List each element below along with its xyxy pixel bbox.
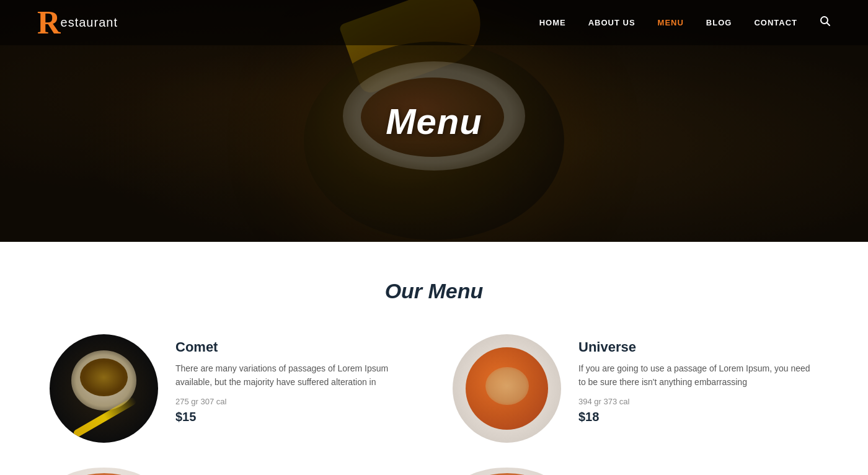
nav-home[interactable]: HOME (539, 18, 566, 27)
hero-title: Menu (386, 100, 482, 142)
nav-contact[interactable]: CONTACT (754, 18, 797, 27)
menu-item-comet-meta: 275 gr 307 cal (175, 397, 415, 406)
menu-item-comet-name: Comet (175, 339, 415, 355)
menu-item-universe-desc: If you are going to use a passage of Lor… (578, 362, 818, 389)
search-icon[interactable] (820, 16, 831, 30)
nav-menu[interactable]: MENU (658, 18, 684, 27)
menu-item-universe-image (453, 334, 561, 443)
nav-about[interactable]: ABOUT US (588, 18, 636, 27)
logo[interactable]: R estaurant (37, 7, 118, 39)
partial-plate-2 (453, 468, 561, 475)
menu-item-comet-price: $15 (175, 410, 415, 424)
logo-text: estaurant (61, 16, 118, 30)
menu-item-partial-2 (453, 468, 818, 475)
menu-item-comet: Comet There are many variations of passa… (50, 334, 415, 443)
svg-line-1 (827, 23, 830, 26)
menu-item-universe-name: Universe (578, 339, 818, 355)
menu-item-comet-desc: There are many variations of passages of… (175, 362, 415, 389)
plate-1-accent (72, 396, 137, 438)
menu-item-universe: Universe If you are going to use a passa… (453, 334, 818, 443)
site-header: R estaurant HOME ABOUT US MENU BLOG CONT… (0, 0, 868, 45)
partial-plate-1 (50, 468, 158, 475)
menu-item-universe-price: $18 (578, 410, 818, 424)
logo-r-letter: R (37, 7, 61, 39)
main-content: Our Menu Comet There are many variations… (0, 242, 868, 475)
main-nav: HOME ABOUT US MENU BLOG CONTACT (539, 16, 831, 30)
menu-section-title: Our Menu (50, 279, 818, 303)
menu-item-comet-image (50, 334, 158, 443)
menu-item-universe-meta: 394 gr 373 cal (578, 397, 818, 406)
nav-blog[interactable]: BLOG (706, 18, 732, 27)
menu-item-universe-info: Universe If you are going to use a passa… (578, 334, 818, 424)
menu-item-comet-info: Comet There are many variations of passa… (175, 334, 415, 424)
menu-grid: Comet There are many variations of passa… (50, 334, 818, 475)
menu-item-partial-1 (50, 468, 415, 475)
